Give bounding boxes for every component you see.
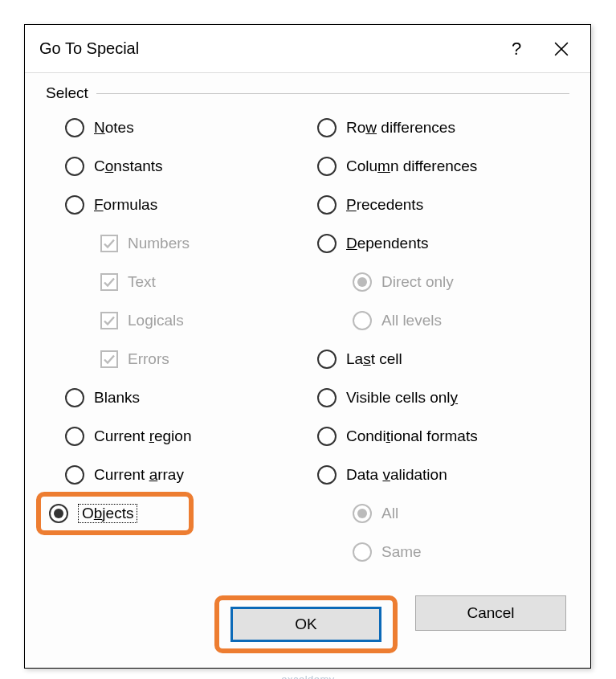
- dialog-title: Go To Special: [39, 39, 494, 58]
- radio-label: Data validation: [346, 466, 447, 484]
- radio-label: Precedents: [346, 196, 423, 214]
- radio-icon: [65, 427, 84, 446]
- radio-icon: [65, 157, 84, 176]
- radio-icon: [65, 118, 84, 137]
- radio-label: Visible cells only: [346, 389, 458, 407]
- radio-label: Notes: [94, 119, 134, 137]
- radio-label: All levels: [381, 312, 442, 329]
- checkbox-errors: Errors: [65, 340, 317, 378]
- dialog-content: Select Notes Constants Formulas: [25, 73, 590, 668]
- radio-blanks[interactable]: Blanks: [65, 378, 317, 417]
- radio-label: Dependents: [346, 235, 428, 252]
- close-icon: [554, 42, 569, 56]
- radio-same: Same: [317, 533, 569, 571]
- radio-icon: [353, 504, 372, 523]
- radio-label: All: [381, 505, 398, 522]
- radio-icon: [65, 388, 84, 407]
- radio-conditional-formats[interactable]: Conditional formats: [317, 417, 569, 456]
- radio-label: Column differences: [346, 157, 477, 175]
- checkbox-logicals: Logicals: [65, 301, 317, 340]
- close-button[interactable]: [539, 30, 584, 68]
- ok-button[interactable]: OK: [230, 607, 381, 642]
- go-to-special-dialog: Go To Special ? Select Notes Constants: [24, 24, 591, 669]
- cancel-button[interactable]: Cancel: [415, 595, 566, 631]
- checkbox-label: Errors: [128, 350, 169, 368]
- titlebar: Go To Special ?: [25, 25, 590, 73]
- radio-row-differences[interactable]: Row differences: [317, 108, 569, 147]
- radio-visible-cells-only[interactable]: Visible cells only: [317, 378, 569, 417]
- right-column: Row differences Column differences Prece…: [317, 108, 569, 571]
- radio-label: Formulas: [94, 196, 157, 214]
- checkbox-icon: [100, 273, 118, 291]
- dialog-buttons: OK Cancel: [46, 595, 569, 653]
- radio-icon: [317, 157, 337, 176]
- watermark: exceldemy EXCEL · DATA · BI: [24, 673, 592, 679]
- checkbox-icon: [100, 312, 118, 329]
- radio-label: Row differences: [346, 119, 455, 137]
- radio-label: Conditional formats: [346, 427, 478, 445]
- checkbox-label: Text: [128, 273, 156, 291]
- help-button[interactable]: ?: [494, 30, 539, 68]
- checkbox-label: Logicals: [128, 312, 184, 329]
- radio-column-differences[interactable]: Column differences: [317, 147, 569, 186]
- radio-icon: [65, 465, 84, 485]
- left-column: Notes Constants Formulas Numbers Text: [65, 108, 317, 571]
- checkbox-icon: [100, 350, 118, 368]
- options-columns: Notes Constants Formulas Numbers Text: [46, 108, 569, 571]
- divider: [96, 93, 569, 94]
- highlight-ok: OK: [214, 595, 398, 653]
- radio-icon: [353, 311, 372, 330]
- radio-label: Current array: [94, 466, 184, 484]
- checkbox-numbers: Numbers: [65, 224, 317, 263]
- radio-current-array[interactable]: Current array: [65, 456, 317, 494]
- radio-icon: [353, 542, 372, 562]
- checkbox-text: Text: [65, 263, 317, 301]
- radio-label: Blanks: [94, 389, 140, 407]
- radio-constants[interactable]: Constants: [65, 147, 317, 186]
- fieldset-label: Select: [46, 84, 88, 102]
- radio-icon: [317, 118, 337, 137]
- radio-last-cell[interactable]: Last cell: [317, 340, 569, 378]
- radio-label: Last cell: [346, 350, 402, 368]
- radio-icon: [317, 195, 337, 215]
- radio-direct-only: Direct only: [317, 263, 569, 301]
- radio-objects-row: Objects: [65, 494, 317, 533]
- checkbox-icon: [100, 235, 118, 252]
- watermark-main: exceldemy: [24, 673, 592, 679]
- radio-dependents[interactable]: Dependents: [317, 224, 569, 263]
- radio-all-levels: All levels: [317, 301, 569, 340]
- radio-icon: [317, 234, 337, 253]
- fieldset-header: Select: [46, 84, 569, 102]
- radio-icon: [353, 272, 372, 292]
- radio-icon: [317, 388, 337, 407]
- radio-icon: [65, 195, 84, 215]
- radio-current-region[interactable]: Current region: [65, 417, 317, 456]
- radio-label[interactable]: Objects: [78, 504, 137, 523]
- highlight-objects: Objects: [36, 492, 194, 535]
- radio-label: Constants: [94, 157, 163, 175]
- radio-icon: [317, 350, 337, 369]
- radio-precedents[interactable]: Precedents: [317, 186, 569, 224]
- radio-label: Same: [381, 543, 422, 561]
- radio-data-validation[interactable]: Data validation: [317, 456, 569, 494]
- radio-icon: [317, 465, 337, 485]
- radio-formulas[interactable]: Formulas: [65, 186, 317, 224]
- radio-all: All: [317, 494, 569, 533]
- checkbox-label: Numbers: [128, 235, 190, 252]
- radio-icon-checked[interactable]: [49, 504, 68, 523]
- radio-icon: [317, 427, 337, 446]
- radio-notes[interactable]: Notes: [65, 108, 317, 147]
- radio-label: Current region: [94, 427, 191, 445]
- radio-label: Direct only: [381, 273, 454, 291]
